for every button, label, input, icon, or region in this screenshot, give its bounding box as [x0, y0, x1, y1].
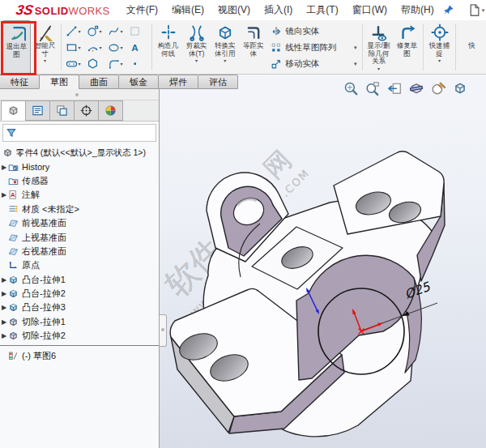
- convert-entities-button[interactable]: .f{fill:#1b6fa8;stroke:none}.f2{fill:#c7…: [211, 20, 239, 74]
- expander-arrow-icon[interactable]: ▶: [0, 318, 8, 326]
- tab-焊件[interactable]: 焊件: [158, 75, 198, 89]
- tab-评估[interactable]: 评估: [198, 75, 238, 89]
- polygon-button[interactable]: .f{fill:#1b6fa8;stroke:none}.f2{fill:#c7…: [84, 58, 105, 70]
- expander-arrow-icon[interactable]: ▶: [0, 164, 8, 171]
- repair-sketch-button[interactable]: .f{fill:#1b6fa8;stroke:none}.f2{fill:#c7…: [393, 20, 421, 74]
- spline-button[interactable]: .f{fill:#1b6fa8;stroke:none}.f2{fill:#c7…: [105, 25, 126, 37]
- panel-tab-property-manager[interactable]: .f{fill:#1b6fa8;stroke:none}.f2{fill:#c7…: [25, 100, 50, 121]
- fillet-button[interactable]: .f{fill:#1b6fa8;stroke:none}.f2{fill:#c7…: [105, 58, 126, 70]
- dropdown-caret-icon[interactable]: ▾: [354, 61, 360, 67]
- panel-tab-dimxpert-manager[interactable]: .f{fill:#1b6fa8;stroke:none}.f2{fill:#c7…: [74, 100, 99, 121]
- line-icon: .f{fill:#1b6fa8;stroke:none}.f2{fill:#c7…: [66, 25, 78, 37]
- construction-geometry-button[interactable]: .f{fill:#1b6fa8;stroke:none}.f2{fill:#c7…: [154, 20, 182, 74]
- tree-item-0[interactable]: .f{fill:#1b6fa8;stroke:none}.f2{fill:#c7…: [0, 146, 159, 160]
- panel-tab-feature-manager[interactable]: .f{fill:#1b6fa8;stroke:none}.f2{fill:#c7…: [1, 100, 26, 121]
- tree-item-12[interactable]: ▶.f{fill:#1b6fa8;stroke:none}.f2{fill:#c…: [0, 315, 159, 329]
- dropdown-caret-icon[interactable]: ▾: [195, 58, 198, 64]
- menu-item-5[interactable]: 窗口(W): [352, 3, 387, 17]
- dropdown-caret-icon[interactable]: ▾: [121, 28, 125, 34]
- tree-item-2[interactable]: .f{fill:#1b6fa8;stroke:none}.f2{fill:#c7…: [0, 174, 159, 188]
- display-delete-relations-button[interactable]: .f{fill:#1b6fa8;stroke:none}.f2{fill:#c7…: [364, 20, 393, 74]
- menu-item-1[interactable]: 编辑(E): [172, 3, 204, 17]
- tab-曲面[interactable]: 曲面: [79, 75, 119, 89]
- arc-button[interactable]: .f{fill:#1b6fa8;stroke:none}.f2{fill:#c7…: [84, 41, 105, 53]
- dropdown-caret-icon[interactable]: ▾: [482, 7, 485, 14]
- model-scene[interactable]: 软件 WWW. 网 .COM: [160, 89, 486, 448]
- clipped-right-button-button[interactable]: 快: [458, 20, 486, 74]
- dropdown-caret-icon[interactable]: ▾: [44, 58, 46, 64]
- dropdown-caret-icon[interactable]: ▾: [121, 45, 125, 50]
- slot-button[interactable]: .f{fill:#1b6fa8;stroke:none}.f2{fill:#c7…: [63, 58, 84, 70]
- view-orientation-button[interactable]: .f{fill:#1b6fa8;stroke:none}.f2{fill:#c7…: [452, 80, 467, 96]
- expander-arrow-icon[interactable]: ▶: [0, 290, 8, 297]
- tree-item-9[interactable]: ▶.f{fill:#1b6fa8;stroke:none}.f2{fill:#c…: [0, 273, 159, 287]
- ghost-rectangle-button[interactable]: .f{fill:#1b6fa8;stroke:none}.f2{fill:#c7…: [126, 25, 147, 37]
- tree-item-11[interactable]: ▶.f{fill:#1b6fa8;stroke:none}.f2{fill:#c…: [0, 301, 159, 314]
- dropdown-caret-icon[interactable]: ▾: [377, 66, 380, 72]
- move-entities-button[interactable]: .f{fill:#1b6fa8;stroke:none}.f2{fill:#c7…: [267, 56, 360, 72]
- graphics-viewport[interactable]: .f{fill:#1b6fa8;stroke:none}.f2{fill:#c7…: [160, 75, 486, 448]
- tab-特征[interactable]: 特征: [0, 75, 40, 89]
- menu-item-4[interactable]: 工具(T): [306, 3, 338, 17]
- tree-item-15[interactable]: .f{fill:#1b6fa8;stroke:none}.f2{fill:#c7…: [0, 348, 159, 362]
- trim-entities-button[interactable]: .f{fill:#1b6fa8;stroke:none}.f2{fill:#c7…: [182, 20, 211, 74]
- sketch-text-button[interactable]: .f{fill:#1b6fa8;stroke:none}.f2{fill:#c7…: [126, 41, 147, 53]
- circle-button[interactable]: .f{fill:#1b6fa8;stroke:none}.f2{fill:#c7…: [84, 25, 105, 37]
- panel-tab-configuration-manager[interactable]: .f{fill:#1b6fa8;stroke:none}.f2{fill:#c7…: [49, 100, 75, 121]
- tree-item-8[interactable]: .f{fill:#1b6fa8;stroke:none}.f2{fill:#c7…: [0, 258, 159, 272]
- zoom-to-fit-button[interactable]: .f{fill:#1b6fa8;stroke:none}.f2{fill:#c7…: [343, 80, 358, 96]
- tree-item-6[interactable]: .f{fill:#1b6fa8;stroke:none}.f2{fill:#c7…: [0, 230, 159, 244]
- tree-item-5[interactable]: .f{fill:#1b6fa8;stroke:none}.f2{fill:#c7…: [0, 216, 159, 230]
- smart-dimension-button[interactable]: .f{fill:#1b6fa8;stroke:none}.f2{fill:#c7…: [31, 20, 59, 74]
- dropdown-caret-icon[interactable]: ▾: [79, 61, 83, 66]
- panel-splitter-handle[interactable]: [160, 314, 167, 347]
- expander-arrow-icon[interactable]: ▶: [0, 332, 8, 339]
- menu-item-0[interactable]: 文件(F): [126, 3, 158, 17]
- dropdown-caret-icon[interactable]: ▾: [121, 61, 125, 66]
- dropdown-caret-icon[interactable]: ▾: [79, 28, 83, 34]
- mirror-entities-button[interactable]: .f{fill:#1b6fa8;stroke:none}.f2{fill:#c7…: [267, 23, 360, 40]
- dropdown-caret-icon[interactable]: ▾: [79, 45, 83, 50]
- point-button[interactable]: .f{fill:#1b6fa8;stroke:none}.f2{fill:#c7…: [126, 58, 147, 70]
- new-document-button[interactable]: .f{fill:#1b6fa8;stroke:none}.f2{fill:#c7…: [467, 3, 485, 17]
- ellipse-button[interactable]: .f{fill:#1b6fa8;stroke:none}.f2{fill:#c7…: [105, 41, 126, 53]
- dropdown-caret-icon[interactable]: ▾: [100, 45, 104, 50]
- pin-toolbar-button[interactable]: .f{fill:#1b6fa8;stroke:none}.f2{fill:#c7…: [442, 4, 454, 16]
- expander-arrow-icon[interactable]: ▶: [0, 276, 8, 284]
- menu-item-3[interactable]: 插入(I): [264, 3, 292, 17]
- offset-entities-button[interactable]: .f{fill:#1b6fa8;stroke:none}.f2{fill:#c7…: [239, 20, 267, 74]
- flange-top-face[interactable]: [334, 151, 444, 234]
- part-icon: .f{fill:#1b6fa8;stroke:none}.f2{fill:#c7…: [2, 147, 13, 158]
- menu-item-6[interactable]: 帮助(H): [401, 3, 434, 17]
- line-button[interactable]: .f{fill:#1b6fa8;stroke:none}.f2{fill:#c7…: [63, 25, 84, 37]
- panel-top-splitter[interactable]: [0, 89, 159, 100]
- expander-arrow-icon[interactable]: ▶: [0, 304, 8, 311]
- dropdown-caret-icon[interactable]: ▾: [438, 58, 441, 64]
- menu-item-2[interactable]: 视图(V): [218, 3, 250, 17]
- panel-tab-display-manager[interactable]: .f{fill:#1b6fa8;stroke:none}.f2{fill:#c7…: [98, 100, 123, 121]
- tree-item-3[interactable]: ▶.f{fill:#1b6fa8;stroke:none}.f2{fill:#c…: [0, 188, 159, 202]
- tree-item-10[interactable]: ▶.f{fill:#1b6fa8;stroke:none}.f2{fill:#c…: [0, 287, 159, 301]
- linear-sketch-pattern-button[interactable]: .f{fill:#1b6fa8;stroke:none}.f2{fill:#c7…: [267, 40, 360, 56]
- tree-item-1[interactable]: ▶.f{fill:#1b6fa8;stroke:none}.f2{fill:#c…: [0, 160, 159, 173]
- quick-snaps-button[interactable]: .f{fill:#1b6fa8;stroke:none}.f2{fill:#c7…: [425, 20, 454, 74]
- appearance-button[interactable]: .f{fill:#1b6fa8;stroke:none}.f2{fill:#c7…: [430, 80, 446, 96]
- section-view-button[interactable]: .f{fill:#1b6fa8;stroke:none}.f2{fill:#c7…: [408, 80, 424, 96]
- tree-filter-bar[interactable]: .f{fill:#1b6fa8;stroke:none}.f2{fill:#c7…: [2, 124, 156, 142]
- previous-view-button[interactable]: .f{fill:#1b6fa8;stroke:none}.f2{fill:#c7…: [386, 80, 402, 96]
- tree-item-7[interactable]: .f{fill:#1b6fa8;stroke:none}.f2{fill:#c7…: [0, 245, 159, 258]
- tree-rollback-separator[interactable]: [0, 343, 159, 348]
- tree-item-4[interactable]: .f{fill:#1b6fa8;stroke:none}.f2{fill:#c7…: [0, 203, 159, 216]
- tree-item-13[interactable]: ▶.f{fill:#1b6fa8;stroke:none}.f2{fill:#c…: [0, 329, 159, 343]
- expander-arrow-icon[interactable]: ▶: [0, 191, 8, 198]
- tab-草图[interactable]: 草图: [39, 75, 79, 89]
- dropdown-caret-icon[interactable]: ▾: [224, 58, 226, 64]
- dropdown-caret-icon[interactable]: ▾: [354, 45, 360, 51]
- rectangle-button[interactable]: .f{fill:#1b6fa8;stroke:none}.f2{fill:#c7…: [63, 41, 84, 53]
- tab-钣金[interactable]: 钣金: [118, 75, 159, 89]
- exit-sketch-button[interactable]: .f{fill:#1b6fa8;stroke:none}.f2{fill:#c7…: [2, 20, 31, 74]
- model-part[interactable]: [170, 151, 445, 437]
- dropdown-caret-icon[interactable]: ▾: [100, 28, 104, 34]
- zoom-to-area-button[interactable]: .f{fill:#1b6fa8;stroke:none}.f2{fill:#c7…: [364, 80, 380, 96]
- pin-icon: .f{fill:#1b6fa8;stroke:none}.f2{fill:#c7…: [442, 4, 454, 16]
